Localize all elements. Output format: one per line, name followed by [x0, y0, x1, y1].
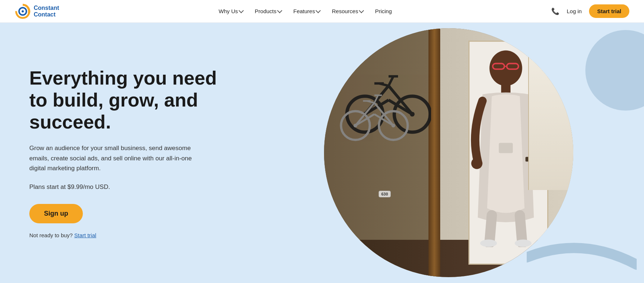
- chevron-down-icon: [277, 8, 282, 13]
- nav-pricing[interactable]: Pricing: [375, 8, 392, 14]
- svg-line-20: [374, 103, 393, 126]
- logo-icon: [15, 3, 31, 19]
- hero-headline: Everything you need to build, grow, and …: [29, 67, 235, 133]
- nav-features[interactable]: Features: [293, 8, 320, 14]
- svg-line-8: [389, 86, 412, 115]
- login-link[interactable]: Log in: [567, 8, 582, 14]
- logo-area: Constant Contact: [15, 3, 59, 19]
- svg-point-34: [480, 240, 497, 247]
- hero-section: Everything you need to build, grow, and …: [0, 23, 644, 283]
- brand-logo[interactable]: Constant Contact: [15, 3, 59, 19]
- nav-why-us[interactable]: Why Us: [219, 8, 243, 14]
- logo-line2: Contact: [34, 11, 59, 18]
- hero-content: Everything you need to build, grow, and …: [0, 23, 335, 283]
- svg-rect-36: [499, 143, 513, 153]
- svg-point-33: [471, 158, 483, 169]
- hero-subtext: Grow an audience for your small business…: [29, 143, 202, 173]
- phone-icon: 📞: [551, 7, 559, 15]
- hero-image-area: 630: [335, 23, 644, 283]
- chevron-down-icon: [359, 8, 364, 13]
- deco-swoosh: [527, 228, 637, 272]
- deco-circle-top: [585, 30, 644, 111]
- navbar: Constant Contact Why Us Products Feature…: [0, 0, 644, 23]
- start-trial-button[interactable]: Start trial: [589, 4, 629, 18]
- not-ready-text: Not ready to buy? Start trial: [29, 232, 313, 238]
- svg-line-19: [355, 103, 374, 126]
- hero-pricing: Plans start at $9.99/mo USD.: [29, 183, 313, 191]
- logo-line1: Constant: [34, 5, 59, 11]
- svg-point-2: [22, 10, 24, 12]
- nav-resources[interactable]: Resources: [332, 8, 363, 14]
- ceiling-light: [558, 41, 561, 44]
- number-tag: 630: [379, 191, 390, 197]
- chevron-down-icon: [316, 8, 321, 13]
- svg-line-11: [389, 77, 393, 86]
- nav-links: Why Us Products Features Resources Prici…: [219, 8, 392, 14]
- chevron-down-icon: [239, 8, 244, 13]
- nav-products[interactable]: Products: [255, 8, 281, 14]
- start-trial-hero-link[interactable]: Start trial: [74, 232, 96, 238]
- interior-detail: [528, 53, 573, 190]
- logo-text: Constant Contact: [34, 5, 59, 18]
- bicycle-image: [336, 48, 431, 142]
- navbar-actions: 📞 Log in Start trial: [551, 4, 629, 18]
- signup-button[interactable]: Sign up: [29, 204, 83, 223]
